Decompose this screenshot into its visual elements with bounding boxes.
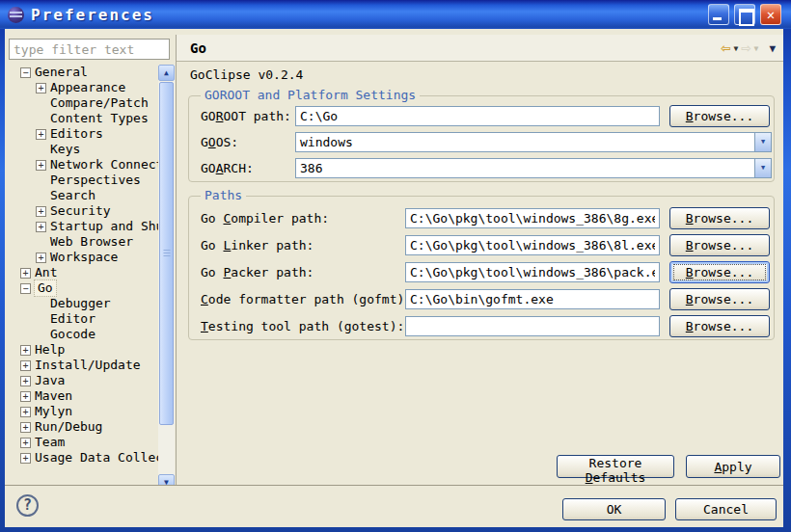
tree-item-debugger[interactable]: Debugger [9,296,158,311]
go-packer-path-input[interactable] [405,262,660,282]
view-menu-icon[interactable]: ▼ [769,42,776,55]
expand-icon[interactable]: + [36,160,46,171]
page-header: Go ⇦ ▼ ⇨ ▼ ▼ [177,35,783,62]
preferences-window: Preferences −General +Appearance Compare… [0,0,791,532]
tree-item-workspace[interactable]: +Workspace [9,250,158,265]
expand-icon[interactable]: + [20,438,31,448]
goroot-path-label: GOROOT path: [201,106,291,126]
tree-item-label: Perspectives [50,173,141,188]
apply-button[interactable]: Apply [686,455,780,478]
tree-item-editor[interactable]: Editor [9,311,158,327]
collapse-icon[interactable]: − [20,283,31,294]
tree-item-gocode[interactable]: Gocode [9,327,158,342]
ok-button[interactable]: OK [562,498,666,520]
tree-item-appearance[interactable]: +Appearance [9,80,158,95]
filter-input[interactable] [9,39,170,60]
go-compiler-browse-button[interactable]: Browse... [669,207,770,229]
tree-item-team[interactable]: +Team [9,435,158,450]
tree-item-editors[interactable]: +Editors [9,126,158,142]
tree-item-label: Content Types [50,111,149,126]
tree-item-install-update[interactable]: +Install/Update [9,358,158,373]
tree-item-startup-and-shutdown[interactable]: +Startup and Shu [9,219,158,234]
tree-item-run-debug[interactable]: +Run/Debug [9,419,158,435]
expand-icon[interactable]: + [20,360,31,371]
back-arrow-icon[interactable]: ⇦ [721,38,730,57]
testing-tool-browse-button[interactable]: Browse... [669,315,770,337]
expand-icon[interactable]: + [20,453,31,464]
go-packer-browse-button[interactable]: Browse... [669,261,770,283]
combo-arrow-icon[interactable]: ▾ [754,159,771,177]
expand-icon[interactable]: + [20,422,31,433]
paths-group: Paths Go Compiler path: Browse... Go Lin… [188,196,775,340]
tree-item-label: Appearance [50,80,125,95]
tree-item-java[interactable]: +Java [9,373,158,388]
group-title: Paths [201,188,246,202]
tree-item-label: Startup and Shu [50,219,158,234]
tree-item-perspectives[interactable]: Perspectives [9,173,158,188]
tree-item-label: Team [35,435,65,450]
goos-combo[interactable]: windows ▾ [295,132,772,152]
vertical-scroll-thumb[interactable] [159,82,174,425]
tree-item-label: Usage Data Collect [35,450,158,466]
help-icon[interactable]: ? [16,494,39,517]
forward-history-caret-icon[interactable]: ▼ [754,44,759,53]
tree-item-general[interactable]: −General [9,65,158,80]
expand-icon[interactable]: + [36,83,46,93]
tree-item-label: Editor [50,311,95,327]
tree-item-go[interactable]: −Go [9,280,158,296]
tree-vertical-scrollbar[interactable]: ▲ ▼ [158,65,175,491]
preferences-tree: −General +Appearance Compare/Patch Conte… [9,65,175,507]
minimize-button[interactable] [708,4,729,25]
maximize-button[interactable] [734,4,755,25]
tree-item-label: Mylyn [35,404,72,419]
tree-item-web-browser[interactable]: Web Browser [9,234,158,250]
tree-item-label: General [35,65,88,80]
tree-item-network-connections[interactable]: +Network Connect [9,157,158,173]
cancel-button[interactable]: Cancel [675,498,777,520]
focus-ring [674,265,765,279]
expand-icon[interactable]: + [20,407,31,417]
tree-item-ant[interactable]: +Ant [9,265,158,280]
expand-icon[interactable]: + [20,391,31,402]
tree-item-content-types[interactable]: Content Types [9,111,158,126]
goroot-browse-button[interactable]: Browse... [669,105,770,127]
code-formatter-path-input[interactable] [405,289,660,309]
tree-item-label: Install/Update [35,358,141,373]
goarch-combo[interactable]: 386 ▾ [295,158,772,178]
expand-icon[interactable]: + [36,129,46,140]
collapse-icon[interactable]: − [20,67,31,78]
back-history-caret-icon[interactable]: ▼ [733,44,738,53]
tree-item-keys[interactable]: Keys [9,142,158,157]
tree-item-security[interactable]: +Security [9,203,158,219]
title-bar[interactable]: Preferences [0,0,791,29]
go-compiler-path-label: Go Compiler path: [201,208,329,228]
go-linker-path-input[interactable] [405,235,660,255]
forward-arrow-icon[interactable]: ⇨ [741,38,750,57]
tree-item-compare-patch[interactable]: Compare/Patch [9,95,158,111]
dialog-button-bar: ? OK Cancel [5,485,783,527]
close-button[interactable] [760,4,781,25]
expand-icon[interactable]: + [20,345,31,356]
scroll-up-icon[interactable]: ▲ [158,65,175,81]
go-packer-path-label: Go Packer path: [201,262,314,282]
expand-icon[interactable]: + [36,222,46,232]
go-compiler-path-input[interactable] [405,208,660,228]
tree-item-help[interactable]: +Help [9,342,158,358]
tree-item-mylyn[interactable]: +Mylyn [9,404,158,419]
expand-icon[interactable]: + [36,206,46,217]
tree-item-maven[interactable]: +Maven [9,388,158,404]
tree-item-usage-data-collector[interactable]: +Usage Data Collect [9,450,158,466]
go-linker-browse-button[interactable]: Browse... [669,234,770,256]
testing-tool-path-input[interactable] [405,316,660,336]
goos-label: GOOS: [201,132,238,152]
restore-defaults-button[interactable]: Restore Defaults [557,455,674,478]
tree-item-label: Network Connect [50,157,158,173]
expand-icon[interactable]: + [36,253,46,263]
expand-icon[interactable]: + [20,268,31,279]
tree-item-search[interactable]: Search [9,188,158,203]
combo-arrow-icon[interactable]: ▾ [754,133,771,151]
expand-icon[interactable]: + [20,376,31,386]
tree-item-label: Run/Debug [35,419,102,435]
goroot-path-input[interactable] [295,106,660,126]
code-formatter-browse-button[interactable]: Browse... [669,288,770,310]
